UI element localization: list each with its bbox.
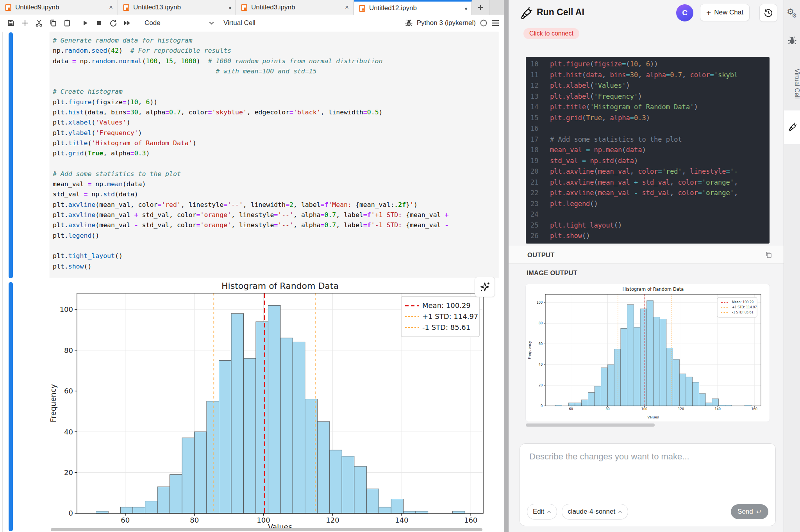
tab-Untitled3.ipynb[interactable]: Untitled3.ipynb× (236, 0, 354, 15)
new-chat-button[interactable]: + New Chat (700, 4, 750, 21)
chat-input-card[interactable]: Describe the changes you want to make...… (520, 443, 776, 526)
output-label: OUTPUT (527, 251, 555, 259)
run-cell-button[interactable] (78, 17, 92, 29)
notebook-panel: Untitled9.ipynb×Untitled13.ipynb●Untitle… (0, 0, 504, 532)
svg-text:60: 60 (539, 342, 543, 346)
chat-input-placeholder[interactable]: Describe the changes you want to make... (529, 452, 689, 462)
plus-icon (477, 4, 484, 11)
notebook-icon (241, 4, 248, 11)
cell-type-dropdown[interactable]: Code (145, 19, 214, 27)
send-label: Send (738, 508, 753, 516)
model-dropdown[interactable]: claude-4-sonnet (562, 504, 628, 520)
svg-text:160: 160 (751, 407, 757, 411)
notebook-horizontal-scrollbar[interactable] (51, 528, 482, 531)
svg-text:Frequency: Frequency (49, 384, 57, 422)
svg-text:-1 STD: 85.61: -1 STD: 85.61 (732, 311, 754, 314)
svg-text:100: 100 (641, 407, 647, 411)
tab-label: Untitled9.ipynb (15, 4, 105, 11)
panel-left-edge (2, 32, 3, 532)
code-editor[interactable]: # Generate random data for histogramnp.r… (53, 36, 494, 272)
restart-kernel-button[interactable] (106, 17, 120, 29)
svg-text:0: 0 (541, 404, 543, 408)
svg-text:60: 60 (64, 387, 73, 395)
return-icon: ↵ (756, 508, 762, 516)
add-cell-button[interactable] (18, 17, 32, 29)
tab-bar-empty-space (489, 0, 504, 15)
avatar[interactable]: C (676, 4, 693, 21)
svg-text:40: 40 (64, 428, 73, 436)
svg-text:Values: Values (647, 415, 659, 419)
model-value: claude-4-sonnet (568, 508, 615, 516)
virtual-cell-toolbar-button[interactable]: Virtual Cell (223, 19, 255, 27)
fast-forward-icon (123, 19, 132, 27)
svg-text:100: 100 (537, 301, 543, 304)
ai-code-preview: 10plt.figure(figsize=(10, 6))11plt.hist(… (526, 57, 770, 244)
svg-text:100: 100 (60, 305, 73, 313)
interrupt-kernel-button[interactable] (92, 17, 106, 29)
tab-Untitled12.ipynb[interactable]: Untitled12.ipynb● (354, 0, 472, 15)
kernel-name[interactable]: Python 3 (ipykernel) (417, 19, 476, 27)
copy-output-button[interactable] (765, 251, 773, 259)
svg-text:80: 80 (539, 322, 543, 325)
svg-text:140: 140 (395, 516, 408, 524)
send-button[interactable]: Send ↵ (731, 504, 768, 519)
chat-controls: Edit claude-4-sonnet Send ↵ (520, 504, 775, 520)
save-button[interactable] (4, 17, 18, 29)
svg-text:140: 140 (715, 407, 721, 411)
image-output-scrollbar[interactable] (526, 423, 655, 427)
gear-icon: ⚙ (792, 12, 797, 19)
copy-cell-button[interactable] (46, 17, 60, 29)
new-tab-button[interactable] (472, 0, 489, 15)
svg-text:Mean: 100.29: Mean: 100.29 (422, 301, 471, 310)
svg-text:80: 80 (64, 346, 73, 354)
svg-text:80: 80 (605, 407, 609, 411)
panel-resize-divider[interactable] (504, 0, 509, 532)
output-section-header: OUTPUT (509, 246, 784, 264)
kernel-status-icon (480, 19, 488, 27)
panel-title: Run Cell AI (537, 7, 584, 18)
image-output-label: IMAGE OUTPUT (527, 269, 577, 277)
notebook-icon (5, 4, 12, 11)
chevron-down-icon (209, 21, 214, 25)
run-icon (81, 19, 89, 27)
mode-value: Edit (533, 508, 544, 516)
close-icon[interactable]: × (344, 4, 350, 11)
ai-sparkle-button[interactable] (475, 277, 495, 297)
svg-text:60: 60 (121, 516, 130, 524)
cut-icon (35, 19, 43, 27)
kernel-area: Python 3 (ipykernel) (405, 19, 500, 27)
plus-icon: + (706, 9, 711, 17)
svg-text:Histogram of Random Data: Histogram of Random Data (221, 281, 339, 291)
tab-bar: Untitled9.ipynb×Untitled13.ipynb●Untitle… (0, 0, 504, 15)
code-cell-selection-bar[interactable] (9, 32, 13, 278)
run-cell-ai-sidebar-tab[interactable] (784, 110, 800, 144)
output-cell: 6080100120140160020406080100Histogram of… (50, 279, 503, 532)
sparkle-icon (479, 281, 491, 293)
restart-run-all-button[interactable] (120, 17, 134, 29)
virtual-cell-sidebar-tab[interactable]: Virtual Cell (784, 59, 800, 109)
bug-icon[interactable] (405, 19, 413, 27)
notebook-icon (359, 5, 366, 12)
tab-Untitled13.ipynb[interactable]: Untitled13.ipynb● (118, 0, 236, 15)
svg-text:Mean: 100.29: Mean: 100.29 (732, 301, 754, 304)
tab-label: Untitled13.ipynb (133, 4, 225, 11)
restart-icon (109, 19, 117, 27)
cut-cell-button[interactable] (32, 17, 46, 29)
svg-text:120: 120 (326, 516, 339, 524)
tab-Untitled9.ipynb[interactable]: Untitled9.ipynb× (0, 0, 118, 15)
paste-cell-button[interactable] (60, 17, 74, 29)
mode-dropdown[interactable]: Edit (527, 504, 557, 520)
hamburger-icon[interactable] (491, 20, 499, 26)
svg-text:20: 20 (539, 384, 543, 387)
bug-icon (788, 36, 797, 45)
svg-text:-1 STD: 85.61: -1 STD: 85.61 (422, 323, 470, 331)
chat-history-button[interactable] (759, 4, 777, 22)
output-cell-selection-bar[interactable] (9, 282, 13, 531)
property-inspector-tab[interactable]: ⚙ ⚙ (784, 7, 800, 23)
image-output-card[interactable]: 6080100120140160020406080100Histogram of… (525, 284, 770, 422)
debugger-tab[interactable] (788, 36, 797, 47)
close-icon[interactable]: × (108, 4, 114, 11)
chevron-up-icon (547, 511, 551, 513)
connect-status-badge[interactable]: Click to connect (523, 28, 579, 39)
carrot-icon (787, 122, 797, 132)
